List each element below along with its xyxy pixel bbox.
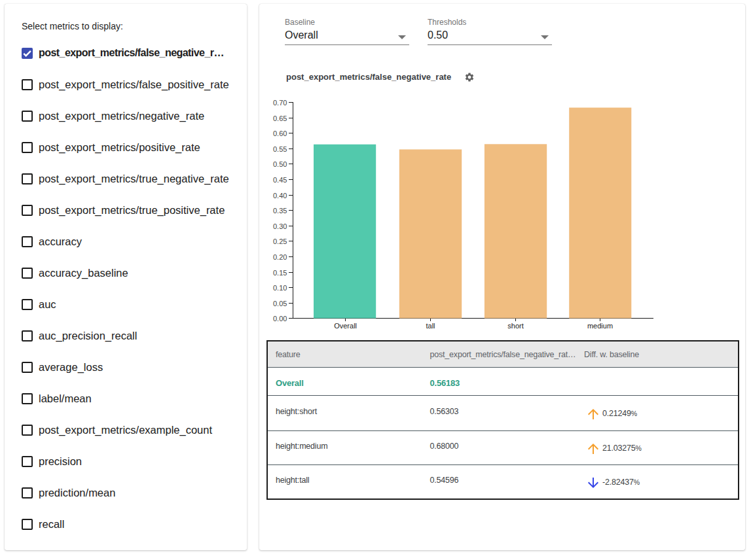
svg-text:tall: tall [426,322,435,330]
svg-text:0.00: 0.00 [273,315,287,323]
svg-text:0.10: 0.10 [273,284,287,292]
svg-text:0.45: 0.45 [273,176,287,184]
svg-text:0.40: 0.40 [273,192,287,200]
svg-text:0.25: 0.25 [273,237,287,245]
svg-text:0.35: 0.35 [273,207,287,215]
svg-text:Overall: Overall [334,322,357,330]
svg-text:short: short [507,322,523,330]
svg-text:0.70: 0.70 [273,99,287,107]
svg-text:medium: medium [587,322,613,330]
svg-text:0.15: 0.15 [273,269,287,277]
svg-text:0.05: 0.05 [273,300,287,307]
svg-text:0.30: 0.30 [273,222,287,230]
svg-text:0.20: 0.20 [273,253,287,261]
svg-text:0.50: 0.50 [273,160,287,168]
svg-text:0.60: 0.60 [273,130,287,137]
svg-text:0.65: 0.65 [273,114,287,122]
svg-text:0.55: 0.55 [273,145,287,153]
